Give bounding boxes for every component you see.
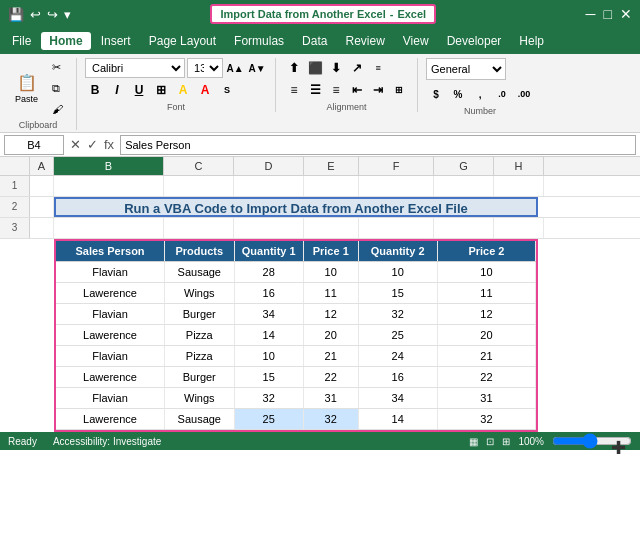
number-format-select[interactable]: General <box>426 58 506 80</box>
orientation-btn[interactable]: ↗ <box>347 58 367 78</box>
cell-c8[interactable]: Pizza <box>165 325 234 345</box>
menu-help[interactable]: Help <box>511 32 552 50</box>
view-layout-icon[interactable]: ⊡ <box>486 436 494 447</box>
cell-g11[interactable]: 31 <box>438 388 536 408</box>
cell-f6[interactable]: 15 <box>359 283 438 303</box>
col-header-c[interactable]: C <box>164 157 234 175</box>
cell-f8[interactable]: 25 <box>359 325 438 345</box>
save-icon[interactable]: 💾 <box>8 7 24 22</box>
italic-button[interactable]: I <box>107 80 127 100</box>
cell-b9[interactable]: Flavian <box>56 346 165 366</box>
cell-f7[interactable]: 32 <box>359 304 438 324</box>
insert-function-icon[interactable]: fx <box>102 137 116 152</box>
align-center-btn[interactable]: ☰ <box>305 80 325 100</box>
cell-g10[interactable]: 22 <box>438 367 536 387</box>
decimal-increase-btn[interactable]: .0 <box>492 84 512 104</box>
font-color-button[interactable]: A <box>195 80 215 100</box>
cell-e11[interactable]: 31 <box>304 388 359 408</box>
menu-file[interactable]: File <box>4 32 39 50</box>
cell-c7[interactable]: Burger <box>165 304 234 324</box>
cell-h3[interactable] <box>494 218 544 238</box>
cut-button[interactable]: ✂ <box>47 58 68 77</box>
view-normal-icon[interactable]: ▦ <box>469 436 478 447</box>
font-family-select[interactable]: Calibri <box>85 58 185 78</box>
cell-d10[interactable]: 15 <box>235 367 304 387</box>
decrease-font-btn[interactable]: A▼ <box>247 58 267 78</box>
indent-increase-btn[interactable]: ⇥ <box>368 80 388 100</box>
col-header-d[interactable]: D <box>234 157 304 175</box>
cell-c9[interactable]: Pizza <box>165 346 234 366</box>
cell-b11[interactable]: Flavian <box>56 388 165 408</box>
cell-d5[interactable]: 28 <box>235 262 304 282</box>
cell-c11[interactable]: Wings <box>165 388 234 408</box>
cell-c4[interactable]: Products <box>165 241 234 261</box>
cell-b10[interactable]: Lawerence <box>56 367 165 387</box>
cell-f1[interactable] <box>359 176 434 196</box>
cell-a2[interactable] <box>30 197 54 217</box>
formula-input[interactable]: Sales Person <box>120 135 636 155</box>
menu-formulas[interactable]: Formulas <box>226 32 292 50</box>
cell-g8[interactable]: 20 <box>438 325 536 345</box>
align-right-btn[interactable]: ≡ <box>326 80 346 100</box>
col-header-g[interactable]: G <box>434 157 494 175</box>
cell-g5[interactable]: 10 <box>438 262 536 282</box>
copy-button[interactable]: ⧉ <box>47 79 68 98</box>
cell-b5[interactable]: Flavian <box>56 262 165 282</box>
paste-button[interactable]: 📋 Paste <box>8 62 45 114</box>
cell-b8[interactable]: Lawerence <box>56 325 165 345</box>
cell-c5[interactable]: Sausage <box>165 262 234 282</box>
menu-insert[interactable]: Insert <box>93 32 139 50</box>
cell-f4[interactable]: Quantity 2 <box>359 241 438 261</box>
cell-c10[interactable]: Burger <box>165 367 234 387</box>
minimize-btn[interactable]: ─ <box>586 6 596 22</box>
font-size-select[interactable]: 13 <box>187 58 223 78</box>
indent-decrease-btn[interactable]: ⇤ <box>347 80 367 100</box>
menu-page-layout[interactable]: Page Layout <box>141 32 224 50</box>
cell-e3[interactable] <box>304 218 359 238</box>
cell-d9[interactable]: 10 <box>235 346 304 366</box>
cell-h1[interactable] <box>494 176 544 196</box>
cell-g1[interactable] <box>434 176 494 196</box>
cell-f5[interactable]: 10 <box>359 262 438 282</box>
col-header-b[interactable]: B <box>54 157 164 175</box>
undo-icon[interactable]: ↩ <box>30 7 41 22</box>
align-left-btn[interactable]: ≡ <box>284 80 304 100</box>
cell-e4[interactable]: Price 1 <box>304 241 359 261</box>
cell-e7[interactable]: 12 <box>304 304 359 324</box>
cell-reference-input[interactable]: B4 <box>4 135 64 155</box>
border-button[interactable]: ⊞ <box>151 80 171 100</box>
cell-f11[interactable]: 34 <box>359 388 438 408</box>
bold-button[interactable]: B <box>85 80 105 100</box>
cell-a3[interactable] <box>30 218 54 238</box>
cancel-formula-icon[interactable]: ✕ <box>68 137 83 152</box>
cell-e5[interactable]: 10 <box>304 262 359 282</box>
cell-f3[interactable] <box>359 218 434 238</box>
cell-c6[interactable]: Wings <box>165 283 234 303</box>
cell-e1[interactable] <box>304 176 359 196</box>
cell-g4[interactable]: Price 2 <box>438 241 536 261</box>
col-header-f[interactable]: F <box>359 157 434 175</box>
percent-btn[interactable]: % <box>448 84 468 104</box>
cell-b4[interactable]: Sales Person <box>56 241 165 261</box>
col-header-a[interactable]: A <box>30 157 54 175</box>
cell-d8[interactable]: 14 <box>235 325 304 345</box>
cell-g9[interactable]: 21 <box>438 346 536 366</box>
menu-home[interactable]: Home <box>41 32 90 50</box>
cell-g6[interactable]: 11 <box>438 283 536 303</box>
merge-center-btn[interactable]: ⊞ <box>389 80 409 100</box>
menu-review[interactable]: Review <box>337 32 392 50</box>
maximize-btn[interactable]: □ <box>604 6 612 22</box>
cell-c3[interactable] <box>164 218 234 238</box>
redo-icon[interactable]: ↪ <box>47 7 58 22</box>
cell-f12[interactable]: 14 <box>359 409 438 429</box>
cell-c1[interactable] <box>164 176 234 196</box>
menu-developer[interactable]: Developer <box>439 32 510 50</box>
cell-g3[interactable] <box>434 218 494 238</box>
format-painter-button[interactable]: 🖌 <box>47 100 68 118</box>
cell-g12[interactable]: 32 <box>438 409 536 429</box>
cell-b7[interactable]: Flavian <box>56 304 165 324</box>
cell-d4[interactable]: Quantity 1 <box>235 241 304 261</box>
view-break-icon[interactable]: ⊞ <box>502 436 510 447</box>
cell-g7[interactable]: 12 <box>438 304 536 324</box>
decimal-decrease-btn[interactable]: .00 <box>514 84 534 104</box>
